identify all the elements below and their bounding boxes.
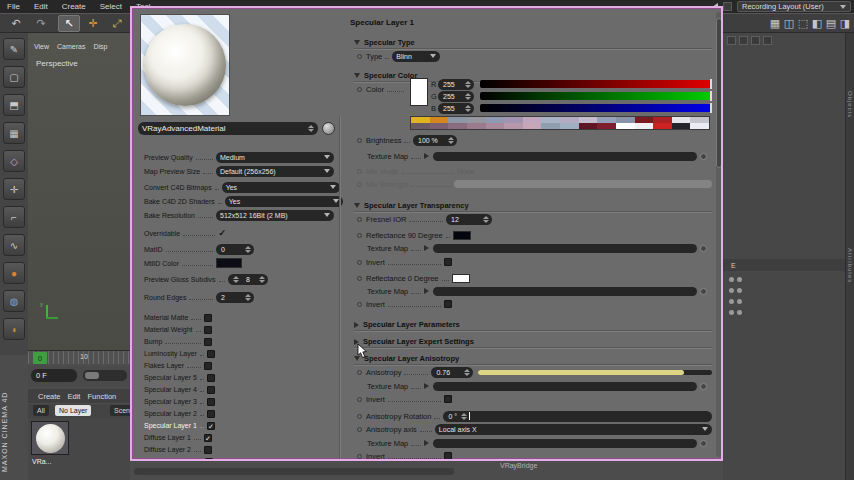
mtlid-color-swatch[interactable] [216, 258, 242, 268]
palette-swatch[interactable] [690, 123, 709, 129]
palette-swatch[interactable] [411, 123, 430, 129]
anisotropy-axis-dropdown[interactable]: Local axis X [435, 424, 712, 435]
invert-checkbox[interactable] [444, 300, 452, 308]
layout-grid-icon[interactable] [723, 2, 732, 11]
layer-row-selected[interactable]: Specular Layer 1✓ [144, 420, 212, 431]
g-gradient-slider[interactable] [480, 92, 712, 100]
mm-menu-create[interactable]: Create [38, 392, 61, 401]
layer-checkbox[interactable] [207, 398, 215, 406]
layer-row[interactable]: Diffuse Layer 1✓ [144, 432, 212, 443]
stepper[interactable] [464, 369, 470, 376]
palette-swatch[interactable] [523, 123, 542, 129]
layer-row[interactable]: Luminosity Layer [144, 348, 212, 359]
palette-swatch[interactable] [486, 123, 505, 129]
section-expert-collapsed[interactable]: Specular Layer Expert Settings [354, 336, 712, 348]
texture-browse-button[interactable] [700, 440, 707, 447]
material-thumbnail-label[interactable]: VRa... [32, 458, 51, 465]
visibility-dot[interactable] [729, 310, 734, 315]
palette-swatch[interactable] [635, 123, 654, 129]
filter-all-button[interactable]: All [33, 405, 49, 416]
layer-row[interactable]: Material Weight [144, 324, 212, 335]
texture-browse-button[interactable] [700, 288, 707, 295]
deformer-tool-icon[interactable]: ◇ [3, 150, 25, 172]
palette-swatch[interactable] [504, 123, 523, 129]
invert-checkbox[interactable] [444, 452, 452, 460]
layer-checkbox[interactable] [207, 410, 215, 418]
keyframe-dot-icon[interactable] [357, 260, 362, 265]
tool-icon[interactable]: ◨ [838, 15, 852, 32]
slider-handle[interactable] [710, 103, 712, 113]
frame-number-field[interactable]: 0 F [31, 369, 77, 382]
layer-row[interactable]: Material Matte [144, 312, 212, 323]
array-tool-icon[interactable]: ▦ [3, 122, 25, 144]
material-preview-image[interactable] [140, 14, 230, 116]
shader-tool-icon[interactable]: ◖ [3, 318, 25, 340]
dock-tab-objects[interactable]: Objects [847, 91, 853, 118]
convert-bitmaps-dropdown[interactable]: Yes [222, 182, 340, 193]
stepper[interactable] [465, 93, 471, 100]
specular-color-swatch[interactable] [410, 78, 428, 106]
layer-checkbox[interactable] [204, 446, 212, 454]
selection-tool-button[interactable]: ↖ [58, 15, 80, 32]
name-stepper[interactable] [308, 125, 314, 132]
bake-resolution-dropdown[interactable]: 512x512 16Bit (2 MB) [216, 210, 334, 221]
palette-swatch[interactable] [541, 123, 560, 129]
layer-checkbox[interactable] [204, 338, 212, 346]
panel-icon[interactable] [727, 36, 736, 45]
perspective-viewport[interactable]: View Cameras Disp Perspective y [28, 33, 130, 350]
tool-icon[interactable]: ◫ [782, 15, 796, 32]
overridable-checkbox[interactable]: ✓ [218, 228, 226, 238]
frame-range-slider[interactable] [83, 370, 127, 381]
current-frame-marker[interactable]: 0 [33, 352, 47, 364]
menu-select[interactable]: Select [93, 2, 129, 11]
keyframe-dot-icon[interactable] [357, 302, 362, 307]
layer-checkbox[interactable] [204, 314, 212, 322]
reflectance-90-swatch[interactable] [453, 231, 471, 240]
layer-row[interactable]: Refraction Layer [144, 456, 212, 461]
cube-tool-icon[interactable]: ▢ [3, 66, 25, 88]
material-sphere-icon[interactable]: ● [3, 262, 25, 284]
layer-checkbox[interactable] [207, 350, 215, 358]
keyframe-dot-icon[interactable] [357, 414, 362, 419]
modeling-tool-icon[interactable]: ⬒ [3, 94, 25, 116]
gloss-subdivs-field[interactable]: 8 [228, 274, 268, 285]
frame-slider-thumb[interactable] [85, 372, 99, 379]
visibility-dot[interactable] [737, 277, 742, 282]
anisotropy-field[interactable]: 0.76 [431, 367, 473, 378]
keyframe-dot-icon[interactable] [357, 454, 362, 459]
menu-edit[interactable]: Edit [27, 2, 55, 11]
palette-swatch[interactable] [616, 123, 635, 129]
stepper[interactable] [448, 137, 454, 144]
preview-mode-icon[interactable] [322, 122, 335, 135]
keyframe-dot-icon[interactable] [357, 427, 362, 432]
section-anisotropy[interactable]: Specular Layer Anisotropy [354, 353, 712, 365]
layer-row[interactable]: Diffuse Layer 2 [144, 444, 212, 455]
layer-checkbox[interactable] [205, 458, 213, 462]
r-value-field[interactable]: 255 [438, 79, 474, 90]
undo-button[interactable]: ↶ [5, 15, 27, 32]
slider-handle[interactable] [710, 91, 712, 101]
keyframe-dot-icon[interactable] [357, 233, 362, 238]
stepper[interactable] [465, 105, 471, 112]
brightness-field[interactable]: 100 % [413, 135, 457, 146]
dialog-scrollbar-thumb[interactable] [716, 18, 722, 168]
texture-map-field[interactable] [433, 287, 697, 296]
map-preview-size-dropdown[interactable]: Default (256x256) [216, 166, 334, 177]
section-parameters-collapsed[interactable]: Specular Layer Parameters [354, 319, 712, 331]
keyframe-dot-icon[interactable] [357, 138, 362, 143]
axis-tool-icon[interactable]: ✛ [3, 178, 25, 200]
viewport-menu-display[interactable]: Disp [93, 43, 107, 50]
visibility-dot[interactable] [729, 299, 734, 304]
snap-tool-icon[interactable]: ∿ [3, 234, 25, 256]
texture-map-field[interactable] [433, 152, 697, 161]
expand-icon[interactable] [424, 153, 429, 159]
expand-icon[interactable] [424, 440, 429, 446]
dialog-scrollbar[interactable] [716, 12, 722, 457]
mm-menu-function[interactable]: Function [87, 392, 116, 401]
tool-icon[interactable]: ▤ [824, 15, 838, 32]
layer-checkbox[interactable] [207, 374, 215, 382]
round-edges-field[interactable]: 2 [216, 292, 254, 303]
visibility-dot[interactable] [737, 288, 742, 293]
layer-row[interactable]: Flakes Layer [144, 360, 212, 371]
stepper[interactable] [245, 294, 251, 301]
